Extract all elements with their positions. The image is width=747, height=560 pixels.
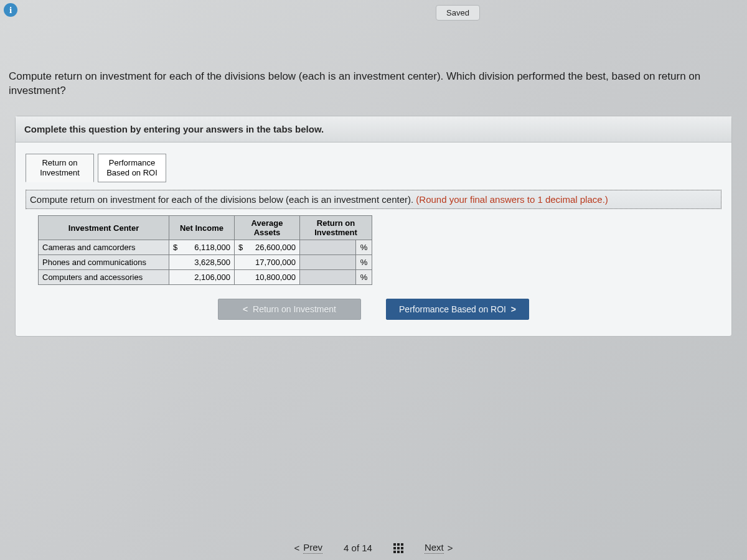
th-roi-l2: Investment — [314, 228, 357, 237]
prev-label: Prev — [303, 542, 322, 554]
bottom-nav: < Prev 4 of 14 Next > — [0, 542, 747, 554]
tab-roi-line2: Investment — [40, 168, 80, 177]
info-icon[interactable]: i — [4, 3, 17, 17]
cell-income: 2,106,000 — [169, 270, 235, 285]
cell-value: 26,600,000 — [255, 243, 296, 252]
prev-question-button[interactable]: < Prev — [294, 542, 322, 554]
tab-return-on-investment[interactable]: Return on Investment — [26, 154, 94, 183]
cell-center: Cameras and camcorders — [39, 240, 169, 255]
cell-value: 17,700,000 — [255, 258, 296, 267]
cell-value: 6,118,000 — [194, 243, 230, 252]
question-prompt: Compute return on investment for each of… — [9, 70, 738, 98]
next-label: Next — [425, 542, 444, 554]
next-tab-label: Performance Based on ROI — [399, 304, 506, 314]
roi-input[interactable] — [300, 255, 356, 270]
tab-nav-row: < Return on Investment Performance Based… — [26, 299, 721, 320]
subprompt: Compute return on investment for each of… — [26, 190, 721, 209]
cell-value: 2,106,000 — [194, 273, 230, 282]
cell-assets: 17,700,000 — [235, 255, 300, 270]
next-question-button[interactable]: Next > — [425, 542, 453, 554]
th-center: Investment Center — [39, 216, 169, 240]
th-income: Net Income — [169, 216, 235, 240]
pct-label: % — [356, 255, 372, 270]
th-roi-l1: Return on — [317, 218, 355, 228]
th-assets: Average Assets — [235, 216, 300, 240]
currency-symbol: $ — [238, 243, 243, 252]
cell-center: Phones and communications — [39, 255, 169, 270]
prev-tab-label: Return on Investment — [253, 304, 336, 314]
tab-roi-line1: Return on — [42, 158, 77, 167]
chevron-right-icon: > — [448, 543, 453, 553]
pct-label: % — [356, 270, 372, 285]
cell-income: 3,628,500 — [169, 255, 235, 270]
cell-value: 3,628,500 — [194, 258, 230, 267]
cell-center: Computers and accessories — [39, 270, 169, 285]
panel-header: Complete this question by entering your … — [16, 116, 731, 142]
saved-badge: Saved — [436, 5, 480, 21]
tab-perf-line1: Performance — [109, 158, 155, 167]
th-roi: Return on Investment — [300, 216, 372, 240]
tab-perf-line2: Based on ROI — [106, 168, 157, 177]
cell-assets: $26,600,000 — [235, 240, 300, 255]
table-row: Phones and communications 3,628,500 17,7… — [39, 255, 372, 270]
chevron-left-icon: < — [294, 543, 299, 553]
table-row: Computers and accessories 2,106,000 10,8… — [39, 270, 372, 285]
tab-bar: Return on Investment Performance Based o… — [26, 154, 721, 183]
cell-income: $6,118,000 — [169, 240, 235, 255]
tab-performance-roi[interactable]: Performance Based on ROI — [98, 154, 166, 183]
chevron-right-icon: > — [511, 304, 516, 314]
answer-panel: Complete this question by entering your … — [15, 116, 732, 337]
table-row: Cameras and camcorders $6,118,000 $26,60… — [39, 240, 372, 255]
cell-value: 10,800,000 — [255, 273, 296, 282]
subprompt-hint: (Round your final answers to 1 decimal p… — [416, 194, 608, 205]
roi-table: Investment Center Net Income Average Ass… — [38, 215, 372, 285]
grid-icon[interactable] — [393, 543, 403, 553]
next-tab-button[interactable]: Performance Based on ROI > — [386, 299, 529, 320]
pct-label: % — [356, 240, 372, 255]
currency-symbol: $ — [173, 243, 177, 252]
question-counter: 4 of 14 — [344, 543, 372, 553]
prev-tab-button: < Return on Investment — [218, 299, 361, 320]
roi-input[interactable] — [300, 270, 356, 285]
roi-input[interactable] — [300, 240, 356, 255]
cell-assets: 10,800,000 — [235, 270, 300, 285]
subprompt-text: Compute return on investment for each of… — [30, 194, 416, 205]
chevron-left-icon: < — [243, 304, 248, 314]
